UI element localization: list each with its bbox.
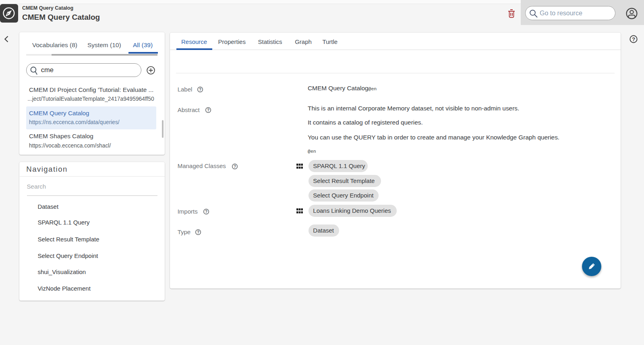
svg-text:?: ?: [632, 36, 635, 42]
